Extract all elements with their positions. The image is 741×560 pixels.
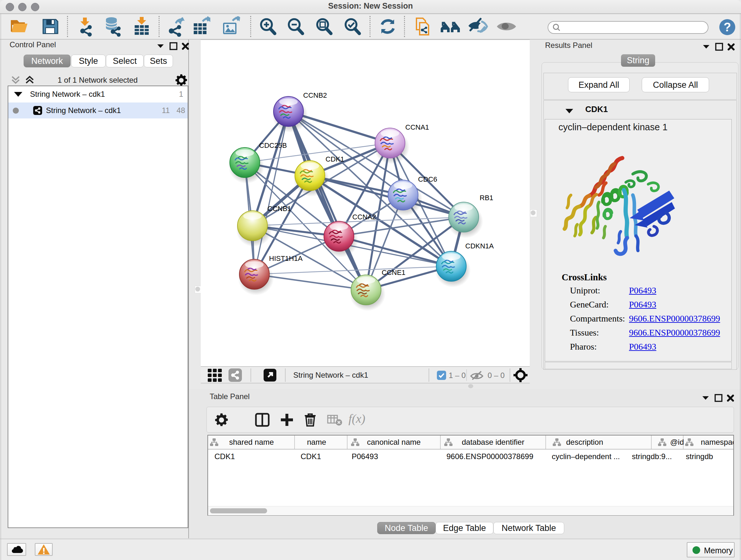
svg-text:CDK1: CDK1 (326, 155, 344, 163)
svg-text:CDKN1A: CDKN1A (465, 242, 494, 250)
svg-text:CCNB2: CCNB2 (303, 91, 327, 99)
svg-text:CCNE1: CCNE1 (382, 268, 406, 276)
svg-text:RB1: RB1 (480, 194, 493, 202)
svg-text:CCNA2: CCNA2 (352, 213, 376, 221)
svg-text:CCNB1: CCNB1 (267, 205, 291, 212)
svg-text:CDC25B: CDC25B (259, 141, 287, 149)
svg-text:CCNA1: CCNA1 (405, 123, 429, 131)
svg-text:HIST1H1A: HIST1H1A (269, 254, 302, 262)
svg-text:CDC6: CDC6 (418, 175, 437, 183)
